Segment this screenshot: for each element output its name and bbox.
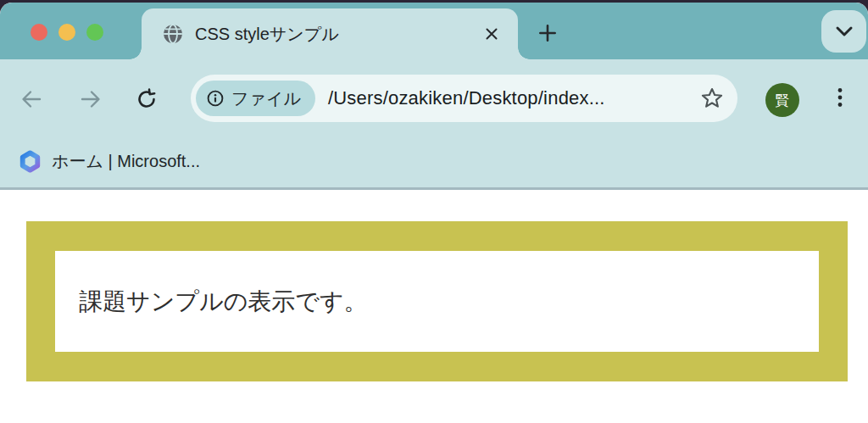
info-icon — [207, 90, 224, 107]
bordered-box: 課題サンプルの表示です。 — [26, 221, 848, 381]
avatar-label: 賢 — [776, 93, 790, 108]
browser-toolbar: ファイル /Users/ozakiken/Desktop/index... 賢 — [0, 59, 868, 136]
tab-strip: CSS styleサンプル — [0, 3, 868, 59]
reload-button[interactable] — [136, 88, 158, 110]
tab-search-button[interactable] — [821, 10, 866, 53]
window-zoom-button[interactable] — [86, 24, 103, 41]
inner-white-box: 課題サンプルの表示です。 — [55, 251, 819, 352]
new-tab-button[interactable] — [537, 22, 559, 44]
browser-tab[interactable]: CSS styleサンプル — [142, 8, 518, 59]
window-close-button[interactable] — [31, 24, 47, 41]
bookmark-star-icon[interactable] — [700, 86, 724, 110]
bookmarks-bar: ホーム | Microsoft... — [0, 136, 868, 190]
page-content: 課題サンプルの表示です。 — [0, 221, 868, 423]
back-button[interactable] — [20, 88, 42, 110]
bookmark-item-microsoft-home[interactable]: ホーム | Microsoft... — [19, 150, 200, 173]
profile-avatar[interactable]: 賢 — [765, 83, 799, 117]
forward-button[interactable] — [80, 88, 102, 110]
browser-window: CSS styleサンプル — [0, 3, 868, 423]
menu-kebab-icon[interactable] — [833, 87, 847, 108]
chevron-down-icon — [835, 25, 854, 37]
tab-title: CSS styleサンプル — [195, 23, 339, 46]
tab-close-icon[interactable] — [482, 25, 501, 43]
chip-label: ファイル — [231, 87, 301, 110]
globe-favicon-icon — [162, 23, 184, 45]
window-minimize-button[interactable] — [58, 24, 75, 41]
sample-text: 課題サンプルの表示です。 — [79, 286, 368, 318]
address-bar[interactable]: ファイル /Users/ozakiken/Desktop/index... — [191, 75, 737, 122]
microsoft-365-icon — [19, 150, 42, 173]
file-scheme-chip[interactable]: ファイル — [196, 81, 315, 116]
bookmark-label: ホーム | Microsoft... — [52, 150, 200, 173]
url-text: /Users/ozakiken/Desktop/index... — [328, 87, 605, 109]
